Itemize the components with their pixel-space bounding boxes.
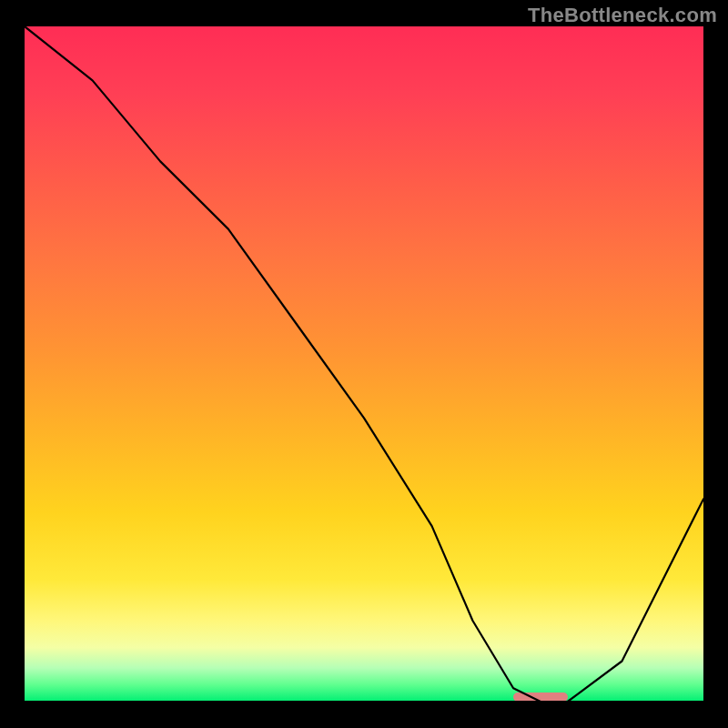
axis-right (703, 24, 706, 704)
chart-frame: TheBottleneck.com (0, 0, 728, 728)
axis-left (22, 24, 25, 704)
watermark-text: TheBottleneck.com (528, 4, 717, 27)
axis-bottom (22, 701, 706, 703)
bottleneck-curve (25, 26, 703, 702)
curve-path (25, 26, 703, 702)
plot-area (25, 26, 703, 702)
